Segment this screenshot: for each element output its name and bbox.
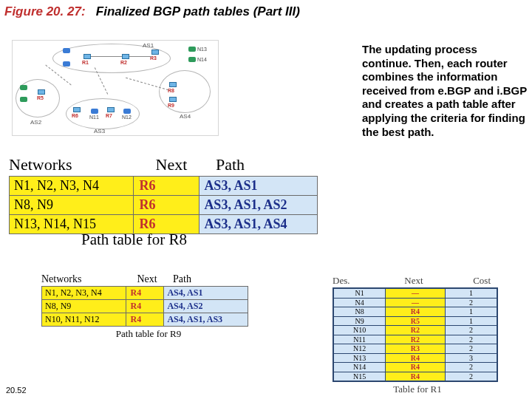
cell-cost: 1 bbox=[445, 288, 497, 298]
table-row: N10R22 bbox=[333, 326, 497, 335]
cell-des: N15 bbox=[333, 372, 386, 381]
cell-next: — bbox=[386, 298, 446, 307]
r9-caption: Path table for R9 bbox=[41, 328, 256, 340]
cell-next: — bbox=[386, 288, 446, 298]
col-header: Networks bbox=[9, 155, 134, 174]
cell-networks: N8, N9 bbox=[42, 300, 126, 313]
cell-des: N14 bbox=[333, 363, 386, 372]
router-label: R1 bbox=[82, 60, 89, 65]
col-header: Des. bbox=[332, 275, 384, 287]
table-row: N1—1 bbox=[333, 288, 497, 298]
as-label: AS1 bbox=[143, 42, 154, 49]
cell-networks: N1, N2, N3, N4 bbox=[10, 177, 134, 196]
net-label: N14 bbox=[197, 57, 207, 62]
table-headers: Networks Next Path bbox=[9, 155, 327, 174]
cost-table-r1: Des. Next Cost N1—1 N4—2 N8R41 N9R51 N10… bbox=[332, 275, 502, 395]
table-headers: Des. Next Cost bbox=[332, 275, 502, 287]
table-row: N4—2 bbox=[333, 298, 497, 307]
cell-des: N11 bbox=[333, 335, 386, 344]
r8-table-body: N1, N2, N3, N4R6AS3, AS1 N8, N9R6AS3, AS… bbox=[9, 176, 318, 234]
cell-next: R4 bbox=[386, 372, 446, 381]
cell-next: R2 bbox=[386, 335, 446, 344]
cell-networks: N1, N2, N3, N4 bbox=[42, 287, 126, 300]
as-label: AS2 bbox=[30, 119, 41, 126]
cell-path: AS3, AS1 bbox=[200, 177, 318, 196]
cell-des: N8 bbox=[333, 307, 386, 317]
table-row: N10, N11, N12R4AS4, AS1, AS3 bbox=[42, 313, 248, 327]
cell-path: AS3, AS1, AS2 bbox=[200, 196, 318, 215]
cell-cost: 1 bbox=[445, 307, 497, 317]
cell-networks: N10, N11, N12 bbox=[42, 313, 126, 327]
cell-path: AS4, AS2 bbox=[164, 300, 248, 313]
r1-caption: Table for R1 bbox=[332, 383, 502, 395]
table-row: N8R41 bbox=[333, 307, 497, 317]
net-label: N13 bbox=[197, 47, 207, 52]
cell-next: R4 bbox=[126, 300, 164, 313]
table-row: N1, N2, N3, N4R6AS3, AS1 bbox=[10, 177, 318, 196]
cell-next: R4 bbox=[126, 313, 164, 327]
table-row: N12R32 bbox=[333, 344, 497, 354]
router-label: R7 bbox=[106, 113, 112, 118]
topology-diagram: AS1 AS2 AS3 AS4 R1 R2 R3 N13 N14 R5 R6 N… bbox=[12, 40, 219, 136]
table-row: N8, N9R6AS3, AS1, AS2 bbox=[10, 196, 318, 215]
cell-next: R6 bbox=[133, 196, 200, 215]
cell-cost: 2 bbox=[445, 335, 497, 344]
router-label: R5 bbox=[37, 95, 44, 100]
cell-des: N13 bbox=[333, 353, 386, 363]
cell-next: R4 bbox=[126, 287, 164, 300]
router-label: R6 bbox=[72, 113, 78, 118]
net-label: N11 bbox=[89, 115, 99, 120]
col-header: Path bbox=[168, 273, 250, 285]
cell-des: N12 bbox=[333, 344, 386, 354]
table-headers: Networks Next Path bbox=[41, 273, 256, 285]
cell-des: N1 bbox=[333, 288, 386, 298]
figure-label: Figure 20. 27: bbox=[4, 4, 86, 18]
cell-cost: 2 bbox=[445, 326, 497, 335]
as-label: AS4 bbox=[180, 113, 191, 120]
col-header: Next bbox=[384, 275, 443, 287]
cell-next: R6 bbox=[133, 177, 200, 196]
cell-next: R2 bbox=[386, 326, 446, 335]
cell-next: R4 bbox=[386, 307, 446, 317]
cell-cost: 1 bbox=[445, 316, 497, 326]
col-header: Next bbox=[126, 273, 168, 285]
table-row: N13R43 bbox=[333, 353, 497, 363]
col-header: Networks bbox=[41, 273, 126, 285]
col-header: Cost bbox=[443, 275, 495, 287]
cell-cost: 3 bbox=[445, 353, 497, 363]
cell-networks: N8, N9 bbox=[10, 196, 134, 215]
cell-path: AS4, AS1 bbox=[164, 287, 248, 300]
as-label: AS3 bbox=[94, 128, 105, 134]
cell-next: R4 bbox=[386, 363, 446, 372]
table-row: N1, N2, N3, N4R4AS4, AS1 bbox=[42, 287, 248, 300]
cell-next: R3 bbox=[386, 344, 446, 354]
cell-cost: 2 bbox=[445, 372, 497, 381]
path-table-r8: Networks Next Path N1, N2, N3, N4R6AS3, … bbox=[9, 155, 327, 234]
figure-title: Figure 20. 27: Finalized BGP path tables… bbox=[4, 4, 300, 19]
r1-table-body: N1—1 N4—2 N8R41 N9R51 N10R22 N11R22 N12R… bbox=[332, 287, 498, 382]
col-header: Next bbox=[134, 155, 208, 174]
cell-path: AS3, AS1, AS4 bbox=[200, 215, 318, 234]
cell-des: N4 bbox=[333, 298, 386, 307]
cell-des: N10 bbox=[333, 326, 386, 335]
table-row: N14R42 bbox=[333, 363, 497, 372]
table-row: N9R51 bbox=[333, 316, 497, 326]
r9-table-body: N1, N2, N3, N4R4AS4, AS1 N8, N9R4AS4, AS… bbox=[41, 286, 248, 327]
explanatory-paragraph: The updating process continue. Then, eac… bbox=[362, 43, 529, 139]
router-label: R9 bbox=[168, 103, 174, 108]
col-header: Path bbox=[208, 155, 319, 174]
cell-next: R5 bbox=[386, 316, 446, 326]
slide-number: 20.52 bbox=[6, 386, 27, 395]
path-table-r9: Networks Next Path N1, N2, N3, N4R4AS4, … bbox=[41, 273, 256, 340]
figure-subtitle: Finalized BGP path tables (Part III) bbox=[96, 4, 300, 18]
cell-next: R4 bbox=[386, 353, 446, 363]
router-label: R8 bbox=[168, 88, 174, 93]
table-row: N8, N9R4AS4, AS2 bbox=[42, 300, 248, 313]
cell-des: N9 bbox=[333, 316, 386, 326]
cell-path: AS4, AS1, AS3 bbox=[164, 313, 248, 327]
router-label: R2 bbox=[120, 60, 127, 65]
cell-cost: 2 bbox=[445, 363, 497, 372]
net-label: N12 bbox=[122, 115, 132, 120]
r8-caption: Path table for R8 bbox=[81, 231, 187, 249]
table-row: N11R22 bbox=[333, 335, 497, 344]
